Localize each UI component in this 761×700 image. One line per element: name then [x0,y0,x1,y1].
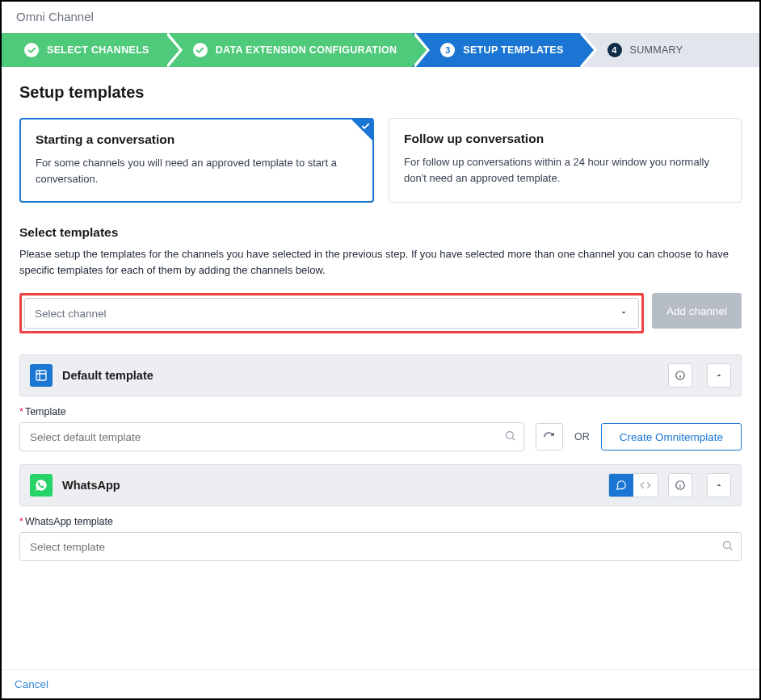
chevron-down-icon [619,308,629,320]
step-number-icon: 3 [440,43,455,57]
card-title: Starting a conversation [36,132,358,147]
step-number-icon: 4 [608,43,622,57]
svg-point-4 [724,542,731,549]
search-icon [721,539,734,554]
svg-rect-0 [36,371,46,380]
wizard-stepper: SELECT CHANNELS DATA EXTENSION CONFIGURA… [2,33,759,67]
template-icon [30,364,53,387]
field-label: *WhatsApp template [19,516,742,527]
step-data-extension[interactable]: DATA EXTENSION CONFIGURATION [166,33,414,67]
card-desc: For follow up conversations within a 24 … [404,154,726,186]
step-label: SELECT CHANNELS [47,44,149,56]
check-icon [24,43,39,57]
whatsapp-icon [30,474,53,497]
info-button[interactable] [668,363,692,388]
select-templates-heading: Select templates [19,225,742,240]
channel-select-placeholder: Select channel [35,308,107,320]
check-icon [361,121,370,133]
channel-select-highlight: Select channel [19,293,644,333]
card-desc: For some channels you will need an appro… [36,155,358,187]
collapse-button[interactable] [707,473,731,497]
collapse-button[interactable] [707,363,731,388]
card-starting-conversation[interactable]: Starting a conversation For some channel… [19,118,374,203]
field-label: *Template [19,406,742,417]
code-mode-button[interactable] [633,474,658,497]
app-header: Omni Channel [2,2,759,33]
info-button[interactable] [668,473,692,497]
step-setup-templates[interactable]: 3 SETUP TEMPLATES [413,33,579,67]
template-mode-button[interactable] [609,474,633,497]
default-template-header: Default template [19,354,742,396]
add-channel-button[interactable]: Add channel [652,293,742,329]
refresh-button[interactable] [536,423,563,451]
step-summary[interactable]: 4 SUMMARY [580,33,700,67]
step-label: DATA EXTENSION CONFIGURATION [216,44,397,56]
step-label: SUMMARY [630,44,683,56]
check-icon [193,43,208,57]
svg-point-2 [506,432,513,439]
create-omnitemplate-button[interactable]: Create Omnitemplate [601,423,742,451]
channel-select[interactable]: Select channel [24,298,639,329]
footer: Cancel [2,669,759,698]
card-followup-conversation[interactable]: Follow up conversation For follow up con… [389,118,742,203]
step-label: SETUP TEMPLATES [463,44,563,56]
group-title: WhatsApp [62,479,120,492]
card-title: Follow up conversation [404,132,726,146]
cancel-link[interactable]: Cancel [15,678,48,690]
whatsapp-template-input[interactable] [19,532,742,561]
page-title: Setup templates [19,83,742,102]
search-icon [504,430,516,444]
default-template-input[interactable] [19,422,524,451]
app-title: Omni Channel [16,10,94,23]
select-templates-subtext: Please setup the templates for the chann… [19,246,742,279]
whatsapp-header: WhatsApp [19,464,742,506]
or-label: OR [574,431,590,442]
group-title: Default template [62,369,153,382]
whatsapp-mode-toggle [608,473,658,497]
step-select-channels[interactable]: SELECT CHANNELS [2,33,166,67]
